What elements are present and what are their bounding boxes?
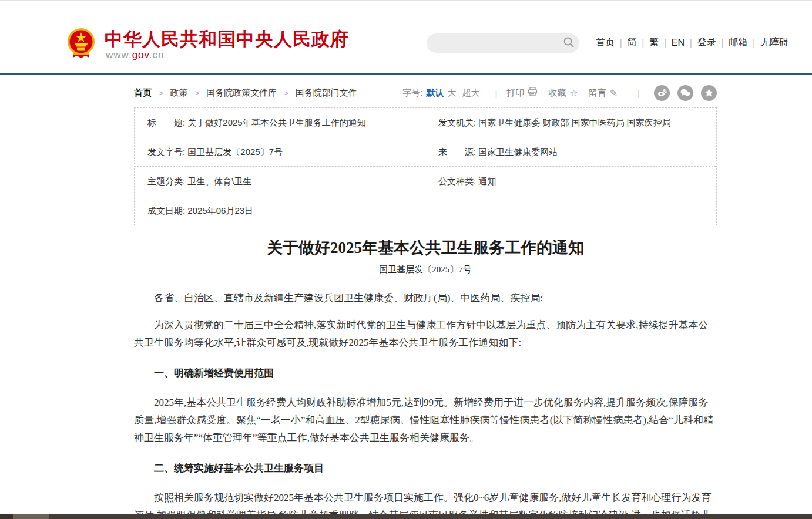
chevron-right-icon: > [284,89,288,97]
site-title: 中华人民共和国中央人民政府 [105,27,349,52]
bottom-bar-segment [13,514,49,519]
nav-accessibility[interactable]: 无障碍 [760,36,788,49]
meta-date-label: 成文日期: [147,205,185,215]
meta-title: 标 题: 关于做好2025年基本公共卫生服务工作的通知 [135,108,425,137]
site-url-gov: gov [132,49,149,60]
chevron-right-icon: > [195,89,200,97]
meta-category-value: 卫生、体育\卫生 [187,176,251,186]
search-button[interactable] [558,33,579,53]
header-nav: 首页 | 简 | 繁 | EN | 登录 | 邮箱 | 无障碍 [596,36,788,49]
meta-category-label: 主题分类: [147,176,185,186]
paragraph-intro: 为深入贯彻党的二十届三中全会精神,落实新时代党的卫生与健康工作方针中以基层为重点… [134,316,717,352]
font-size-large-button[interactable]: 大 [447,87,456,99]
main-content: 首页 > 政策 > 国务院政策文件库 > 国务院部门文件 字号: 默认 大 超大… [134,83,717,519]
meta-number-value: 国卫基层发〔2025〕7号 [187,147,283,157]
article: 关于做好2025年基本公共卫生服务工作的通知 国卫基层发〔2025〕7号 各省、… [134,237,717,519]
meta-source-label: 来 源: [438,147,476,157]
star-icon: ☆ [569,87,578,99]
meta-date: 成文日期: 2025年06月23日 [135,196,425,225]
breadcrumb-home[interactable]: 首页 [134,87,152,99]
section-heading-1: 一、明确新增经费使用范围 [134,365,717,382]
comment-button[interactable]: 留言 ✎ [589,87,618,99]
printer-icon [528,87,538,99]
meta-type-label: 公文种类: [438,176,476,186]
toolbar-divider: | [495,88,497,98]
bottom-bar-segment [0,514,13,519]
meta-row-date: 成文日期: 2025年06月23日 [135,196,716,225]
paragraph-section-1: 2025年,基本公共卫生服务经费人均财政补助标准增加5元,达到99元。新增经费用… [134,394,717,447]
meta-agency-value: 国家卫生健康委 财政部 国家中医药局 国家疾控局 [478,117,671,127]
meta-empty-cell [425,196,716,225]
national-emblem-icon [66,27,96,60]
site-url-www: www. [106,49,132,60]
meta-title-label: 标 题: [147,117,185,127]
document-body: 各省、自治区、直辖市及新疆生产建设兵团卫生健康委、财政厅(局)、中医药局、疾控局… [134,289,717,519]
meta-title-value: 关于做好2025年基本公共卫生服务工作的通知 [187,117,365,127]
pencil-icon: ✎ [610,87,618,99]
search-input[interactable] [427,33,558,53]
meta-row-number-source: 发文字号: 国卫基层发〔2025〕7号 来 源: 国家卫生健康委网站 [135,137,716,167]
nav-mailbox[interactable]: 邮箱 [729,36,747,49]
breadcrumb-policy[interactable]: 政策 [170,87,188,99]
meta-date-value: 2025年06月23日 [187,205,253,215]
section-heading-2: 二、统筹实施好基本公共卫生服务项目 [134,460,717,477]
qzone-share-icon[interactable] [701,85,717,101]
meta-category: 主题分类: 卫生、体育\卫生 [135,167,425,196]
nav-separator: | [722,38,724,48]
meta-doc-number: 发文字号: 国卫基层发〔2025〕7号 [135,137,425,166]
wechat-share-icon[interactable] [677,85,693,101]
nav-simplified[interactable]: 简 [628,36,637,49]
page-tools: 字号: 默认 大 超大 | 打印 收藏 ☆ 留言 [402,85,717,101]
meta-row-title-agency: 标 题: 关于做好2025年基本公共卫生服务工作的通知 发文机关: 国家卫生健康… [135,108,716,137]
meta-doc-type: 公文种类: 通知 [425,167,716,196]
meta-agency-label: 发文机关: [438,117,476,127]
bottom-bar [0,514,812,519]
document-number: 国卫基层发〔2025〕7号 [134,264,717,275]
site-header: 中华人民共和国中央人民政府 www.gov.cn 首页 | 简 | 繁 | EN… [0,1,812,75]
font-size-default-button[interactable]: 默认 [426,87,444,99]
meta-type-value: 通知 [478,176,496,186]
nav-separator: | [620,38,622,48]
meta-source-value: 国家卫生健康委网站 [478,147,558,157]
search-icon [563,36,575,50]
font-size-label: 字号: [402,87,422,99]
breadcrumb: 首页 > 政策 > 国务院政策文件库 > 国务院部门文件 [134,87,357,99]
meta-source: 来 源: 国家卫生健康委网站 [425,137,716,166]
share-icons [654,85,717,101]
font-size-xlarge-button[interactable]: 超大 [462,87,479,99]
toolbar-divider: | [637,88,640,98]
comment-label: 留言 [589,87,606,99]
print-label: 打印 [506,87,524,99]
breadcrumb-department-documents[interactable]: 国务院部门文件 [296,87,357,99]
nav-separator: | [753,38,755,48]
paragraph-salutation: 各省、自治区、直辖市及新疆生产建设兵团卫生健康委、财政厅(局)、中医药局、疾控局… [134,289,717,307]
chevron-right-icon: > [159,89,163,97]
meta-number-label: 发文字号: [147,147,185,157]
nav-separator: | [690,38,692,48]
breadcrumb-toolbar-row: 首页 > 政策 > 国务院政策文件库 > 国务院部门文件 字号: 默认 大 超大… [134,83,717,103]
breadcrumb-policy-library[interactable]: 国务院政策文件库 [206,87,277,99]
document-title: 关于做好2025年基本公共卫生服务工作的通知 [134,237,717,258]
bottom-bar-segment [49,514,812,519]
nav-separator: | [664,38,666,48]
meta-row-category-type: 主题分类: 卫生、体育\卫生 公文种类: 通知 [135,167,716,196]
site-url-cn: .cn [149,49,165,60]
document-meta-table: 标 题: 关于做好2025年基本公共卫生服务工作的通知 发文机关: 国家卫生健康… [134,107,717,225]
meta-issuing-agency: 发文机关: 国家卫生健康委 财政部 国家中医药局 国家疾控局 [425,108,716,137]
nav-home[interactable]: 首页 [596,36,615,49]
favorite-label: 收藏 [548,87,566,99]
nav-login[interactable]: 登录 [697,36,716,49]
search-box[interactable] [427,33,579,53]
favorite-button[interactable]: 收藏 ☆ [548,87,578,99]
nav-separator: | [642,38,645,48]
weibo-share-icon[interactable] [654,85,670,101]
nav-english[interactable]: EN [672,38,685,48]
print-button[interactable]: 打印 [506,87,538,99]
nav-traditional[interactable]: 繁 [649,36,659,49]
site-url: www.gov.cn [106,49,164,61]
